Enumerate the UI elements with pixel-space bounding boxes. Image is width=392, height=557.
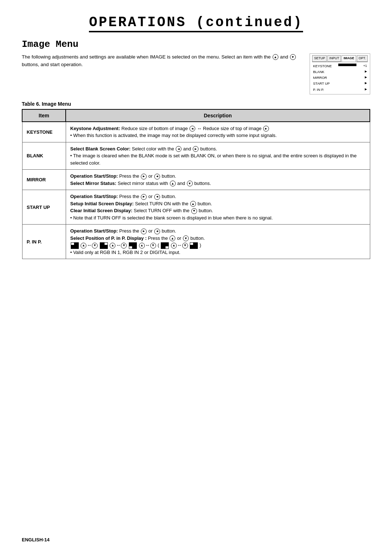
col-desc: Description — [66, 109, 370, 122]
intro-block: The following adjustments and settings a… — [22, 53, 370, 94]
startup-bold2: Setup Initial Screen Display: — [70, 201, 134, 206]
pip-icon4 — [161, 242, 169, 249]
mini-item-pinp: P. IN P. ▶ — [312, 87, 368, 93]
pip-paren-open: ( — [158, 242, 159, 248]
pip-icon1 — [71, 242, 79, 249]
mini-tab-setup: SETUP — [312, 55, 327, 62]
pinp-down-btn: ▼ — [183, 235, 189, 241]
desc-pinp: Operation Start/Stop: Press the ► or ◄ b… — [66, 225, 370, 259]
mirror-bold1: Operation Start/Stop: — [70, 173, 118, 179]
blank-note: • The image is cleared when the BLANK mo… — [70, 153, 357, 166]
pip-up-btn3: ▲ — [139, 243, 145, 249]
item-blank: BLANK — [22, 142, 66, 170]
startup-up-btn: ▲ — [190, 201, 196, 207]
pip-down-btn1: ▼ — [92, 243, 98, 249]
mini-pinp-arrow: ▶ — [365, 87, 367, 92]
table-row: P. IN P. Operation Start/Stop: Press the… — [22, 225, 370, 259]
startup-left-btn: ◄ — [154, 194, 160, 200]
pinp-note: • Valid only at RGB IN 1, RGB IN 2 or DI… — [70, 250, 180, 255]
page-header: OPERATIONS (continued) — [22, 15, 370, 32]
mini-tab-opt: OPT. — [357, 55, 368, 62]
mini-item-blank-label: BLANK — [313, 69, 324, 74]
pinp-bold1: Operation Start/Stop: — [70, 228, 118, 234]
pip-icon5 — [190, 242, 198, 249]
pip-up-btn2: ▲ — [110, 243, 115, 249]
mini-menu: SETUP INPUT IMAGE OPT. KEYSTONE +1 BLANK… — [310, 53, 370, 94]
intro-text: The following adjustments and settings a… — [22, 53, 302, 69]
keystone-left-btn: ◄ — [189, 126, 195, 132]
desc-startup: Operation Start/Stop: Press the ► or ◄ b… — [66, 190, 370, 225]
table-row: MIRROR Operation Start/Stop: Press the ►… — [22, 170, 370, 190]
mini-item-mirror-label: MIRROR — [313, 75, 327, 80]
footer-label: ENGLISH-14 — [22, 537, 50, 542]
pinp-bold2: Select Position of P. in P. Display : — [70, 235, 147, 241]
pinp-up-btn: ▲ — [170, 235, 175, 241]
startup-bold1: Operation Start/Stop: — [70, 194, 118, 199]
mini-menu-tabs: SETUP INPUT IMAGE OPT. — [312, 55, 368, 62]
svg-rect-1 — [71, 243, 74, 245]
mini-item-keystone: KEYSTONE +1 — [312, 63, 368, 69]
mini-item-keystone-label: KEYSTONE — [313, 64, 332, 69]
pinp-right-btn1: ► — [141, 229, 147, 234]
pip-icons-line: ▲↔▼ ▲↔▼ ▲↔▼ ( — [70, 242, 201, 248]
pip-paren-close: ) — [200, 242, 201, 248]
keystone-bold: Keystone Adjustment: — [70, 126, 120, 131]
mini-keystone-bar — [338, 64, 356, 66]
pip-down-btn4: ▼ — [182, 243, 188, 249]
item-mirror: MIRROR — [22, 170, 66, 190]
mini-item-mirror: MIRROR ▶ — [312, 75, 368, 81]
col-item: Item — [22, 109, 66, 122]
pip-up-btn1: ▲ — [81, 243, 86, 249]
mini-startup-arrow: ▶ — [365, 81, 367, 86]
section-title: Image Menu — [22, 39, 370, 50]
svg-rect-7 — [166, 246, 168, 249]
mini-tab-image: IMAGE — [342, 55, 356, 62]
page-title: OPERATIONS (continued) — [89, 15, 303, 32]
mini-item-pinp-label: P. IN P. — [313, 87, 324, 92]
mirror-bold2: Select Mirror Status: — [70, 181, 117, 186]
pip-down-btn3: ▼ — [150, 243, 156, 249]
keystone-right-btn: ► — [263, 126, 269, 132]
mirror-left-btn: ◄ — [154, 174, 160, 179]
blank-right-btn: ► — [193, 146, 199, 152]
intro-text-after: buttons, and start operation. — [22, 62, 83, 67]
pip-icon3 — [129, 242, 137, 249]
mini-keystone-val: +1 — [363, 64, 367, 69]
desc-mirror: Operation Start/Stop: Press the ► or ◄ b… — [66, 170, 370, 190]
table-row: START UP Operation Start/Stop: Press the… — [22, 190, 370, 225]
mini-item-startup-label: START UP — [313, 81, 330, 86]
mini-item-startup: START UP ▶ — [312, 81, 368, 86]
mirror-right-btn: ► — [141, 174, 147, 179]
image-menu-table: Item Description KEYSTONE Keystone Adjus… — [22, 109, 370, 259]
startup-bold3: Clear Initial Screen Display: — [70, 208, 132, 213]
intro-down-btn: ▼ — [290, 54, 296, 60]
table-title: Table 6. Image Menu — [22, 101, 370, 107]
mirror-down-btn: ▼ — [187, 181, 193, 186]
item-pinp: P. IN P. — [22, 225, 66, 259]
pip-up-btn4: ▲ — [171, 243, 177, 249]
mini-mirror-arrow: ▶ — [365, 75, 367, 80]
svg-rect-3 — [105, 243, 107, 245]
startup-right-btn: ► — [141, 194, 147, 200]
mini-item-blank: BLANK ▶ — [312, 69, 368, 75]
pip-icon2 — [100, 242, 108, 249]
desc-keystone: Keystone Adjustment: Reduce size of bott… — [66, 122, 370, 142]
item-startup: START UP — [22, 190, 66, 225]
mini-tab-input: INPUT — [327, 55, 341, 62]
table-row: KEYSTONE Keystone Adjustment: Reduce siz… — [22, 122, 370, 142]
blank-bold: Select Blank Screen Color: — [70, 146, 131, 152]
mini-blank-arrow: ▶ — [365, 69, 367, 74]
mirror-up-btn: ▲ — [170, 181, 176, 186]
desc-blank: Select Blank Screen Color: Select color … — [66, 142, 370, 170]
svg-rect-5 — [129, 246, 132, 249]
svg-rect-9 — [190, 243, 193, 245]
item-keystone: KEYSTONE — [22, 122, 66, 142]
startup-note: • Note that if TURN OFF is selected the … — [70, 215, 273, 221]
blank-left-btn: ◄ — [176, 146, 181, 152]
intro-up-btn: ▲ — [273, 54, 278, 60]
keystone-note: • When this function is activated, the i… — [70, 133, 277, 138]
startup-down-btn: ▼ — [191, 208, 197, 214]
pip-down-btn2: ▼ — [121, 243, 127, 249]
intro-text-before: The following adjustments and settings a… — [22, 54, 271, 60]
table-header-row: Item Description — [22, 109, 370, 122]
